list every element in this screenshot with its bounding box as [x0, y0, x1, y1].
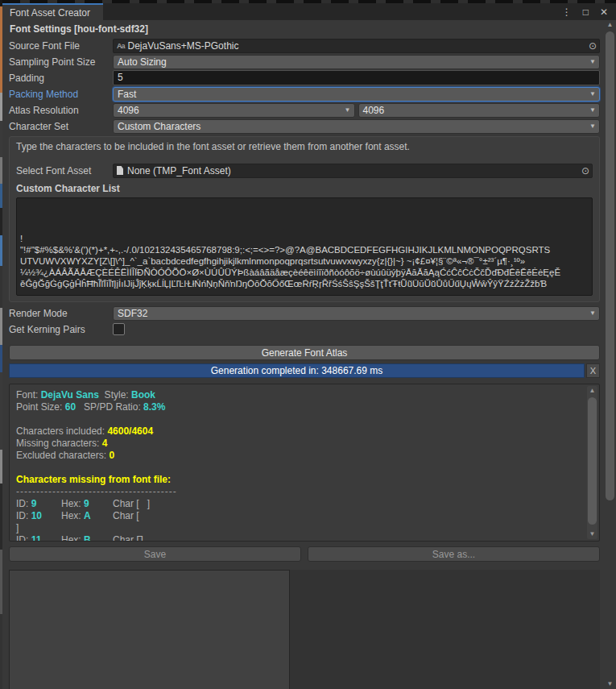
render-mode-dropdown[interactable]: SDF32 ▼ — [113, 306, 600, 321]
hex-label: Hex: — [61, 510, 84, 521]
help-text: Type the characters to be included in th… — [16, 141, 593, 152]
hex-label: Hex: — [61, 534, 84, 542]
kerning-label: Get Kerning Pairs — [9, 324, 113, 335]
source-font-file-field[interactable]: Aa DejaVuSans+MS-PGothic ⊙ — [113, 39, 600, 53]
tab-bar: Font Asset Creator ⋮ □ ✕ — [2, 3, 616, 20]
character-set-row: Character Set Custom Characters ▼ — [9, 118, 600, 134]
included-value: 4600/4604 — [107, 425, 153, 437]
id-value: 10 — [31, 510, 42, 521]
source-font-file-row: Source Font File Aa DejaVuSans+MS-PGothi… — [9, 38, 600, 53]
select-font-asset-value: None (TMP_Font Asset) — [127, 165, 231, 176]
atlas-resolution-label: Atlas Resolution — [9, 105, 113, 116]
ratio-label: SP/PD Ratio: — [76, 401, 143, 413]
atlas-preview-area — [9, 570, 600, 689]
save-as-button[interactable]: Save as... — [308, 546, 600, 562]
window-scrollbar[interactable]: ▲ ▼ — [605, 20, 615, 689]
character-set-label: Character Set — [9, 121, 113, 132]
desktop-top-strip — [2, 0, 616, 3]
menu-icon[interactable]: ⋮ — [562, 6, 572, 18]
render-mode-value: SDF32 — [118, 308, 147, 319]
atlas-width-value: 4096 — [118, 105, 139, 116]
kerning-row: Get Kerning Pairs — [9, 322, 600, 337]
id-value: 9 — [31, 498, 37, 509]
character-set-value: Custom Characters — [118, 121, 201, 132]
atlas-height-dropdown[interactable]: 4096 ▼ — [358, 103, 601, 118]
sampling-point-size-value: Auto Sizing — [118, 56, 167, 68]
custom-character-list-label: Custom Character List — [16, 183, 593, 194]
settings-panel: Source Font File Aa DejaVuSans+MS-PGothi… — [9, 38, 600, 689]
included-label: Characters included: — [16, 425, 107, 437]
scroll-up-icon[interactable]: ▲ — [587, 386, 597, 396]
point-size-label: Point Size: — [16, 401, 65, 413]
missing-char-row: ID: 9 Hex: 9 Char [ ] — [16, 498, 580, 510]
missing-chars-header: Characters missing from font file: — [16, 474, 580, 486]
select-font-asset-label: Select Font Asset — [16, 165, 113, 176]
window-controls: ⋮ □ ✕ — [562, 3, 616, 20]
ratio-value: 8.3% — [143, 401, 165, 413]
tab-title: Font Asset Creator — [10, 7, 90, 19]
packing-method-dropdown[interactable]: Fast ▼ — [113, 87, 600, 102]
missing-value: 4 — [102, 438, 108, 449]
select-font-asset-field[interactable]: None (TMP_Font Asset) ⊙ — [113, 164, 593, 178]
tab-font-asset-creator[interactable]: Font Asset Creator — [2, 3, 103, 20]
chevron-down-icon: ▼ — [589, 123, 596, 130]
save-buttons-row: Save Save as... — [9, 546, 600, 562]
char-value: Π — [136, 534, 143, 542]
packing-method-label: Packing Method — [9, 89, 113, 100]
chevron-down-icon: ▼ — [589, 310, 596, 317]
sampling-point-size-row: Sampling Point Size Auto Sizing ▼ — [9, 54, 600, 69]
source-font-file-value: DejaVuSans+MS-PGothic — [128, 40, 239, 52]
output-scrollbar[interactable]: ▲ ▼ — [587, 386, 597, 539]
font-label: Font: — [16, 389, 41, 401]
sampling-point-size-dropdown[interactable]: Auto Sizing ▼ — [113, 55, 600, 69]
generate-font-atlas-button[interactable]: Generate Font Atlas — [9, 345, 600, 360]
scroll-up-icon[interactable]: ▲ — [605, 20, 615, 30]
maximize-icon[interactable]: □ — [583, 6, 589, 18]
font-asset-icon — [117, 166, 123, 175]
chevron-down-icon: ▼ — [589, 91, 596, 98]
style-label: Style: — [99, 389, 131, 401]
excluded-label: Excluded characters: — [16, 450, 109, 461]
kerning-checkbox[interactable] — [113, 323, 125, 335]
point-size-value: 60 — [65, 401, 76, 413]
custom-character-list-input[interactable]: ! "!#"$#%$&%'&(')(*)+*,+-,.-/.0/10213243… — [16, 197, 593, 296]
window-scrollbar-thumb[interactable] — [606, 31, 614, 500]
style-value: Book — [131, 389, 155, 401]
scroll-down-icon[interactable]: ▼ — [587, 529, 597, 539]
missing-label: Missing characters: — [16, 438, 102, 449]
hex-value: 9 — [84, 498, 89, 509]
generation-output-box: Font: DejaVu Sans Style: Book Point Size… — [9, 384, 600, 542]
scroll-down-icon[interactable]: ▼ — [605, 679, 615, 689]
custom-characters-section: Type the characters to be included in th… — [9, 136, 600, 302]
progress-close-button[interactable]: X — [586, 363, 600, 378]
missing-char-row: ID: 10 Hex: A Char [ — [16, 510, 580, 522]
output-scrollbar-thumb[interactable] — [588, 397, 597, 525]
object-picker-icon[interactable]: ⊙ — [589, 40, 597, 52]
source-font-file-label: Source Font File — [9, 40, 113, 52]
save-button[interactable]: Save — [9, 546, 301, 562]
char-label: Char — [113, 534, 136, 542]
excluded-value: 0 — [109, 450, 114, 461]
atlas-resolution-row: Atlas Resolution 4096 ▼ 4096 ▼ — [9, 102, 600, 118]
page-title: Font Settings [hou-font-sdf32] — [2, 20, 616, 38]
missing-char-row: ID: 11 Hex: B Char Π — [16, 534, 580, 542]
close-icon[interactable]: ✕ — [600, 6, 608, 18]
font-value: DejaVu Sans — [41, 389, 99, 401]
chevron-down-icon: ▼ — [345, 107, 351, 114]
packing-method-row: Packing Method Fast ▼ — [9, 86, 600, 102]
char-value: [ — [136, 510, 138, 521]
char-value: [ ] — [136, 498, 150, 509]
object-picker-icon[interactable]: ⊙ — [581, 165, 589, 176]
character-set-dropdown[interactable]: Custom Characters ▼ — [113, 119, 600, 134]
atlas-height-value: 4096 — [363, 105, 385, 116]
chevron-down-icon: ▼ — [589, 59, 596, 65]
id-label: ID: — [16, 498, 31, 509]
atlas-width-dropdown[interactable]: 4096 ▼ — [113, 103, 355, 118]
char-label: Char — [113, 510, 136, 521]
render-mode-label: Render Mode — [9, 308, 113, 319]
generation-progress-row: Generation completed in: 348667.69 ms X — [9, 363, 600, 378]
select-font-asset-row: Select Font Asset None (TMP_Font Asset) … — [16, 163, 593, 178]
char-label: Char — [113, 498, 136, 509]
id-label: ID: — [16, 510, 31, 521]
padding-input[interactable]: 5 — [113, 70, 600, 85]
